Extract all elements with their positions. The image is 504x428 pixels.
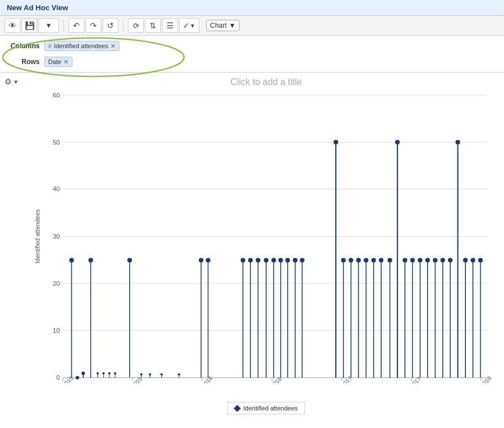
svg-text:40: 40	[53, 186, 60, 193]
check-dropdown-arrow: ▼	[190, 23, 195, 29]
svg-point-63	[248, 258, 253, 262]
svg-point-49	[140, 373, 142, 375]
reset-icon: ↺	[107, 21, 114, 30]
svg-point-113	[463, 258, 468, 262]
svg-point-69	[271, 258, 276, 262]
svg-point-41	[102, 372, 105, 374]
svg-point-107	[441, 258, 445, 262]
svg-point-89	[371, 258, 376, 262]
sort-icon: ⇅	[150, 21, 156, 30]
undo-button[interactable]: ↶	[69, 18, 84, 33]
app: New Ad Hoc View 👁 💾 ▼ ↶ ↷ ↺	[0, 0, 504, 428]
toolbar-group-3: ⟳ ⇅ ☰ ✓ ▼	[128, 18, 199, 33]
svg-point-105	[433, 258, 437, 262]
rows-label: Rows	[5, 58, 44, 66]
svg-point-59	[206, 258, 210, 262]
export-icon: ▼	[45, 22, 52, 29]
legend-label: Identified attendees	[243, 405, 297, 412]
svg-point-65	[256, 258, 260, 262]
main-chart-svg: 0 10 20 30 40 50 60 Jan 1, 2015 Jul 1, 2…	[40, 90, 493, 383]
svg-point-45	[114, 372, 116, 374]
separator-1	[63, 20, 64, 31]
svg-point-95	[395, 140, 400, 145]
svg-point-109	[448, 258, 452, 262]
svg-point-117	[478, 258, 482, 262]
svg-point-103	[425, 258, 430, 262]
svg-point-85	[356, 258, 361, 262]
chip-hash: #	[48, 43, 52, 49]
svg-text:Jan 1, 2018: Jan 1, 2018	[467, 375, 493, 383]
gear-dropdown-arrow: ▼	[13, 79, 19, 85]
date-chip[interactable]: Date ✕	[44, 57, 72, 67]
date-chip-remove-button[interactable]: ✕	[63, 59, 69, 65]
refresh-icon: ⟳	[133, 22, 139, 30]
title-bar: New Ad Hoc View	[0, 0, 504, 16]
svg-point-93	[387, 258, 392, 262]
identified-attendees-chip[interactable]: # Identified attendees ✕	[44, 41, 119, 51]
svg-text:Jul 1, 2016: Jul 1, 2016	[258, 376, 283, 384]
date-chip-label: Date	[48, 58, 61, 65]
svg-text:Jul 1, 2015: Jul 1, 2015	[119, 376, 144, 384]
chart-dropdown-arrow: ▼	[229, 22, 236, 29]
y-axis-label: Identified attendees	[34, 209, 41, 264]
view-button[interactable]: 👁	[5, 18, 20, 33]
redo-icon: ↷	[90, 21, 97, 30]
refresh-button[interactable]: ⟳	[128, 18, 144, 33]
svg-text:Jan 1, 2017: Jan 1, 2017	[327, 375, 353, 383]
chart-legend: Identified attendees	[227, 402, 305, 414]
svg-point-99	[410, 258, 415, 262]
svg-point-33	[76, 376, 79, 379]
svg-point-39	[97, 372, 99, 374]
chart-container: ⚙ ▼ Click to add a title Identified atte…	[0, 73, 504, 428]
fields-area: Columns # Identified attendees ✕ Rows Da…	[0, 36, 504, 73]
svg-point-57	[199, 258, 203, 262]
svg-point-115	[471, 258, 475, 262]
svg-text:0: 0	[57, 374, 60, 381]
svg-point-101	[418, 258, 422, 262]
chip-remove-button[interactable]: ✕	[110, 43, 116, 49]
svg-point-55	[178, 373, 180, 375]
chart-title[interactable]: Click to add a title	[40, 77, 493, 87]
details-button[interactable]: ☰	[162, 18, 178, 33]
check-button[interactable]: ✓ ▼	[179, 18, 199, 33]
svg-point-81	[341, 258, 345, 262]
svg-text:10: 10	[53, 327, 60, 334]
export-dropdown-button[interactable]: ▼	[39, 18, 59, 33]
toolbar: 👁 💾 ▼ ↶ ↷ ↺ ⟳	[0, 16, 504, 36]
svg-point-51	[149, 373, 151, 375]
save-button[interactable]: 💾	[22, 18, 37, 33]
gear-icon: ⚙	[5, 77, 12, 86]
chart-type-label: Chart	[210, 22, 227, 29]
svg-point-43	[108, 372, 110, 374]
separator-2	[123, 20, 123, 31]
svg-point-75	[293, 258, 297, 262]
save-icon: 💾	[25, 21, 35, 30]
svg-text:60: 60	[53, 92, 60, 99]
rows-chips: Date ✕	[44, 57, 499, 67]
svg-point-67	[264, 258, 268, 262]
svg-text:30: 30	[53, 233, 60, 240]
chart-type-dropdown[interactable]: Chart ▼	[206, 20, 240, 31]
svg-point-83	[349, 258, 353, 262]
svg-point-79	[334, 140, 338, 145]
svg-point-97	[403, 258, 407, 262]
svg-text:Jul 1, 2017: Jul 1, 2017	[398, 376, 422, 384]
legend-diamond-icon	[234, 405, 241, 412]
redo-button[interactable]: ↷	[86, 18, 101, 33]
svg-text:20: 20	[53, 280, 60, 287]
undo-icon: ↶	[73, 21, 80, 30]
chart-options-button[interactable]: ⚙ ▼	[5, 77, 19, 86]
toolbar-group-2: ↶ ↷ ↺	[69, 18, 118, 33]
check-icon: ✓	[183, 21, 190, 30]
columns-label: Columns	[5, 42, 44, 50]
sort-button[interactable]: ⇅	[145, 18, 161, 33]
svg-point-31	[69, 258, 74, 262]
columns-chips: # Identified attendees ✕	[44, 41, 499, 51]
rows-row: Rows Date ✕	[0, 54, 504, 70]
chart-svg-wrapper: Identified attendees 0 10 20 30 40	[40, 90, 493, 383]
svg-point-73	[285, 258, 290, 262]
svg-text:Jan 1, 2015: Jan 1, 2015	[49, 375, 75, 383]
reset-button[interactable]: ↺	[102, 18, 118, 33]
svg-point-53	[160, 373, 163, 375]
svg-point-61	[241, 258, 245, 262]
